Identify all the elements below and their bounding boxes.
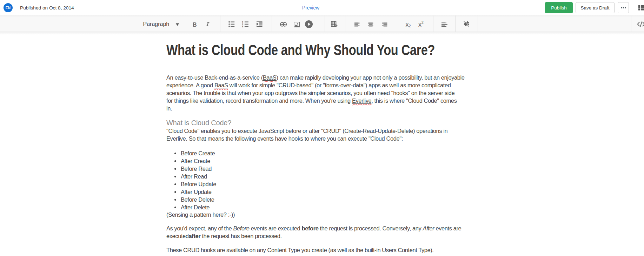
- svg-text:3: 3: [242, 25, 243, 27]
